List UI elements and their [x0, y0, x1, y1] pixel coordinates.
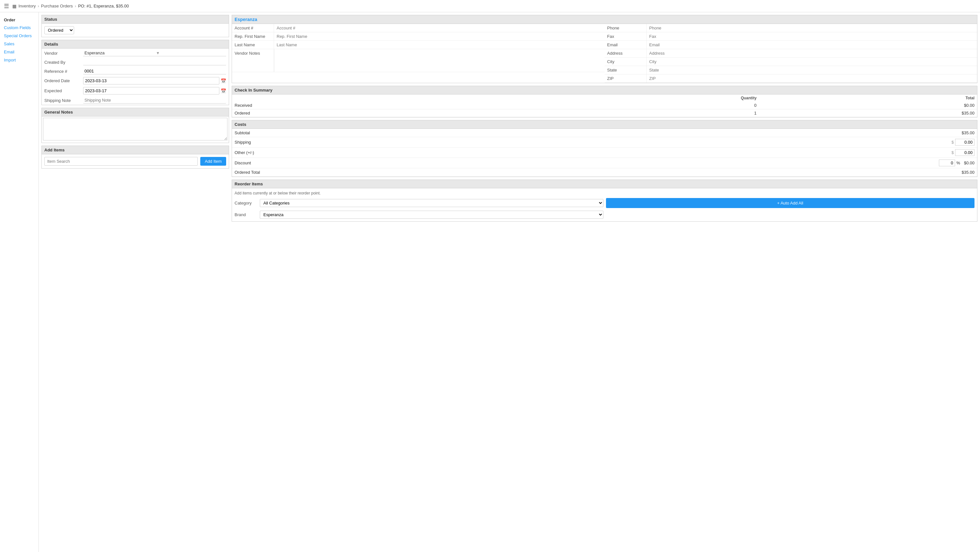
right-column: Esperanza Account # Rep. First Name — [232, 15, 977, 549]
vendor-field-account: Account # — [232, 24, 605, 32]
details-row-vendor: Vendor Esperanza ▼ — [42, 49, 229, 57]
discount-percent-input[interactable] — [939, 159, 955, 166]
reorder-section: Reorder Items Add items currently at or … — [232, 180, 977, 222]
reorder-header: Reorder Items — [232, 180, 977, 188]
shipping-value: $ — [551, 137, 977, 148]
shipping-input-wrap: $ — [554, 139, 975, 146]
zip-input[interactable] — [647, 75, 977, 83]
shipping-input[interactable] — [955, 139, 975, 146]
add-items-header: Add Items — [42, 146, 229, 154]
shipping-dollar-sign: $ — [951, 140, 954, 145]
city-label: City — [605, 57, 647, 66]
checkin-summary-header: Check In Summary — [232, 86, 977, 94]
vendor-section: Esperanza Account # Rep. First Name — [232, 15, 977, 83]
phone-input[interactable] — [647, 24, 977, 32]
subtotal-value: $35.00 — [551, 129, 977, 137]
add-item-search-input[interactable] — [45, 157, 198, 165]
auto-add-button[interactable]: + Auto Add All — [606, 198, 975, 208]
vendor-field-address: Address — [605, 49, 977, 57]
hamburger-menu[interactable]: ☰ — [4, 3, 9, 10]
rep-first-label: Rep. First Name — [232, 32, 274, 40]
notes-content — [42, 116, 229, 143]
shipping-note-input[interactable] — [83, 97, 226, 103]
checkin-col-label — [232, 94, 506, 102]
auto-add-wrap: + Auto Add All — [606, 198, 975, 208]
ordered-total-label: Ordered Total — [232, 168, 551, 177]
checkin-received-total: $0.00 — [759, 102, 977, 109]
status-content: Ordered Received Pending Cancelled — [42, 24, 229, 37]
ordered-date-value: 📅 — [81, 76, 229, 86]
status-select[interactable]: Ordered Received Pending Cancelled — [45, 26, 74, 34]
add-item-button[interactable]: Add Item — [200, 157, 226, 165]
vendor-dropdown-arrow[interactable]: ▼ — [155, 50, 226, 56]
other-dollar-sign: $ — [951, 150, 954, 155]
left-column: Status Ordered Received Pending Cancelle… — [41, 15, 229, 549]
details-row-reference: Reference # — [42, 67, 229, 76]
category-label: Category — [235, 200, 257, 205]
breadcrumb-inventory[interactable]: Inventory — [18, 3, 36, 8]
app-body: Order Custom Fields Special Orders Sales… — [0, 12, 980, 552]
vendor-notes-textarea[interactable] — [274, 49, 605, 72]
account-input[interactable] — [274, 24, 605, 32]
last-name-input[interactable] — [274, 41, 605, 49]
email-input[interactable] — [647, 41, 977, 49]
state-input[interactable] — [647, 66, 977, 74]
discount-amount: $0.00 — [964, 161, 975, 165]
shipping-note-label: Shipping Note — [42, 96, 81, 105]
breadcrumb-purchase-orders[interactable]: Purchase Orders — [41, 3, 73, 8]
breadcrumb-sep-1: › — [38, 3, 39, 8]
other-label: Other (+/-) — [232, 148, 551, 158]
vendor-grid: Account # Rep. First Name Last Name — [232, 24, 977, 83]
details-row-expected: Expected 📅 — [42, 86, 229, 96]
address-input[interactable] — [647, 49, 977, 57]
costs-table: Subtotal $35.00 Shipping $ Othe — [232, 129, 977, 177]
sidebar-item-email[interactable]: Email — [0, 48, 38, 56]
breadcrumb-sep-2: › — [75, 3, 76, 8]
ordered-date-input[interactable] — [83, 77, 220, 84]
vendor-field-fax: Fax — [605, 32, 977, 41]
checkin-received-label: Received — [232, 102, 506, 109]
sidebar-item-import[interactable]: Import — [0, 56, 38, 64]
costs-row-other: Other (+/-) $ — [232, 148, 977, 158]
reference-value — [81, 67, 229, 76]
other-value: $ — [551, 148, 977, 158]
expected-date-input[interactable] — [83, 87, 220, 94]
expected-date-wrap: 📅 — [83, 87, 226, 94]
fax-input[interactable] — [647, 32, 977, 40]
costs-row-discount: Discount % $0.00 — [232, 158, 977, 168]
calendar-icon-2[interactable]: 📅 — [221, 88, 226, 94]
created-by-input[interactable] — [83, 59, 226, 65]
checkin-ordered-total: $35.00 — [759, 109, 977, 117]
sidebar: Order Custom Fields Special Orders Sales… — [0, 12, 39, 552]
status-section: Status Ordered Received Pending Cancelle… — [41, 15, 229, 37]
reference-input[interactable] — [83, 68, 226, 75]
vendor-field-last-name: Last Name — [232, 41, 605, 49]
other-input-wrap: $ — [554, 149, 975, 156]
checkin-summary-section: Check In Summary Quantity Total Received… — [232, 86, 977, 118]
vendor-field-notes: Vendor Notes — [232, 49, 605, 72]
sidebar-item-sales[interactable]: Sales — [0, 40, 38, 48]
rep-first-input[interactable] — [274, 32, 605, 40]
other-input[interactable] — [955, 149, 975, 156]
ordered-date-wrap: 📅 — [83, 77, 226, 84]
main-content: Status Ordered Received Pending Cancelle… — [39, 12, 980, 552]
sidebar-item-special-orders[interactable]: Special Orders — [0, 32, 38, 40]
category-select[interactable]: All Categories — [260, 199, 603, 207]
general-notes-textarea[interactable] — [43, 118, 228, 140]
checkin-row-received: Received 0 $0.00 — [232, 102, 977, 109]
expected-value: 📅 — [81, 86, 229, 96]
checkin-table: Quantity Total Received 0 $0.00 Ordered … — [232, 94, 977, 117]
fax-label: Fax — [605, 32, 647, 40]
vendor-select-wrap: Esperanza ▼ — [83, 50, 226, 56]
calendar-icon-1[interactable]: 📅 — [221, 78, 226, 83]
city-input[interactable] — [647, 57, 977, 66]
discount-wrap: % $0.00 — [554, 159, 975, 166]
vendor-field-city: City — [605, 57, 977, 66]
costs-row-subtotal: Subtotal $35.00 — [232, 129, 977, 137]
brand-select[interactable]: Esperanza — [260, 211, 603, 219]
details-row-created-by: Created By — [42, 57, 229, 67]
reference-label: Reference # — [42, 67, 81, 76]
address-label: Address — [605, 49, 647, 57]
discount-label: Discount — [232, 158, 551, 168]
sidebar-item-custom-fields[interactable]: Custom Fields — [0, 24, 38, 32]
